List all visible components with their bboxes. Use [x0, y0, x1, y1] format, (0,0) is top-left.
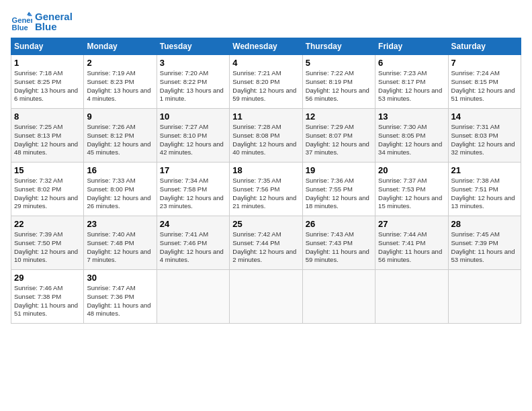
calendar-cell: 25Sunrise: 7:42 AMSunset: 7:44 PMDayligh… [230, 216, 302, 270]
day-number: 13 [378, 111, 445, 122]
day-number: 29 [14, 273, 81, 283]
calendar-cell: 10Sunrise: 7:27 AMSunset: 8:10 PMDayligh… [157, 109, 229, 163]
day-number: 12 [306, 111, 372, 122]
day-info: Sunrise: 7:46 AMSunset: 7:38 PMDaylight:… [14, 284, 81, 318]
day-info: Sunrise: 7:45 AMSunset: 7:39 PMDaylight:… [451, 230, 518, 265]
calendar-cell [157, 270, 229, 324]
calendar-row: 1Sunrise: 7:18 AMSunset: 8:25 PMDaylight… [11, 55, 521, 109]
day-number: 23 [87, 219, 153, 229]
day-number: 2 [87, 58, 153, 68]
calendar-cell: 27Sunrise: 7:44 AMSunset: 7:41 PMDayligh… [375, 216, 448, 270]
day-info: Sunrise: 7:38 AMSunset: 7:51 PMDaylight:… [451, 177, 518, 211]
calendar-cell: 30Sunrise: 7:47 AMSunset: 7:36 PMDayligh… [84, 270, 157, 324]
day-info: Sunrise: 7:26 AMSunset: 8:12 PMDaylight:… [87, 123, 153, 157]
col-tuesday: Tuesday [157, 38, 229, 55]
calendar-header-row: Sunday Monday Tuesday Wednesday Thursday… [11, 38, 521, 55]
calendar-cell: 6Sunrise: 7:23 AMSunset: 8:17 PMDaylight… [375, 55, 448, 109]
day-number: 10 [160, 111, 226, 122]
calendar-cell: 9Sunrise: 7:26 AMSunset: 8:12 PMDaylight… [84, 109, 157, 163]
day-number: 9 [87, 111, 153, 122]
col-friday: Friday [375, 38, 448, 55]
calendar-cell: 5Sunrise: 7:22 AMSunset: 8:19 PMDaylight… [302, 55, 375, 109]
calendar-cell: 16Sunrise: 7:33 AMSunset: 8:00 PMDayligh… [84, 163, 157, 216]
calendar-cell: 8Sunrise: 7:25 AMSunset: 8:13 PMDaylight… [11, 109, 84, 163]
day-number: 15 [14, 165, 81, 175]
calendar-cell: 1Sunrise: 7:18 AMSunset: 8:25 PMDaylight… [11, 55, 84, 109]
day-info: Sunrise: 7:24 AMSunset: 8:15 PMDaylight:… [451, 69, 518, 103]
day-number: 26 [306, 219, 372, 229]
day-number: 14 [451, 111, 518, 122]
calendar-row: 8Sunrise: 7:25 AMSunset: 8:13 PMDaylight… [11, 109, 521, 163]
day-info: Sunrise: 7:25 AMSunset: 8:13 PMDaylight:… [14, 123, 81, 157]
logo-text-line1: General [35, 11, 73, 21]
calendar-cell [448, 270, 521, 324]
day-info: Sunrise: 7:36 AMSunset: 7:55 PMDaylight:… [306, 177, 372, 211]
calendar-cell: 2Sunrise: 7:19 AMSunset: 8:23 PMDaylight… [84, 55, 157, 109]
day-number: 28 [451, 219, 518, 229]
day-info: Sunrise: 7:32 AMSunset: 8:02 PMDaylight:… [14, 177, 81, 211]
day-number: 30 [87, 273, 153, 283]
col-sunday: Sunday [11, 38, 84, 55]
day-info: Sunrise: 7:30 AMSunset: 8:05 PMDaylight:… [378, 123, 445, 157]
day-info: Sunrise: 7:27 AMSunset: 8:10 PMDaylight:… [160, 123, 226, 157]
page-header: General Blue General Blue [11, 11, 521, 32]
day-number: 18 [232, 165, 299, 175]
day-number: 25 [232, 219, 299, 229]
calendar-row: 22Sunrise: 7:39 AMSunset: 7:50 PMDayligh… [11, 216, 521, 270]
calendar-cell: 24Sunrise: 7:41 AMSunset: 7:46 PMDayligh… [157, 216, 229, 270]
day-info: Sunrise: 7:44 AMSunset: 7:41 PMDaylight:… [378, 230, 445, 265]
calendar-cell: 28Sunrise: 7:45 AMSunset: 7:39 PMDayligh… [448, 216, 521, 270]
day-number: 1 [14, 58, 81, 68]
calendar-cell: 20Sunrise: 7:37 AMSunset: 7:53 PMDayligh… [375, 163, 448, 216]
calendar-cell: 21Sunrise: 7:38 AMSunset: 7:51 PMDayligh… [448, 163, 521, 216]
calendar-cell: 26Sunrise: 7:43 AMSunset: 7:43 PMDayligh… [302, 216, 375, 270]
svg-text:Blue: Blue [12, 24, 28, 32]
day-info: Sunrise: 7:29 AMSunset: 8:07 PMDaylight:… [306, 123, 372, 157]
calendar-table: Sunday Monday Tuesday Wednesday Thursday… [11, 38, 521, 324]
col-saturday: Saturday [448, 38, 521, 55]
calendar-row: 15Sunrise: 7:32 AMSunset: 8:02 PMDayligh… [11, 163, 521, 216]
day-info: Sunrise: 7:31 AMSunset: 8:03 PMDaylight:… [451, 123, 518, 157]
calendar-cell: 3Sunrise: 7:20 AMSunset: 8:22 PMDaylight… [157, 55, 229, 109]
calendar-cell: 18Sunrise: 7:35 AMSunset: 7:56 PMDayligh… [230, 163, 302, 216]
col-thursday: Thursday [302, 38, 375, 55]
day-info: Sunrise: 7:34 AMSunset: 7:58 PMDaylight:… [160, 177, 226, 211]
calendar-row: 29Sunrise: 7:46 AMSunset: 7:38 PMDayligh… [11, 270, 521, 324]
day-number: 16 [87, 165, 153, 175]
day-info: Sunrise: 7:47 AMSunset: 7:36 PMDaylight:… [87, 284, 153, 318]
calendar-cell: 17Sunrise: 7:34 AMSunset: 7:58 PMDayligh… [157, 163, 229, 216]
day-number: 20 [378, 165, 445, 175]
calendar-cell: 11Sunrise: 7:28 AMSunset: 8:08 PMDayligh… [230, 109, 302, 163]
day-number: 17 [160, 165, 226, 175]
day-number: 6 [378, 58, 445, 68]
day-info: Sunrise: 7:43 AMSunset: 7:43 PMDaylight:… [306, 230, 372, 265]
day-number: 4 [232, 58, 299, 68]
calendar-cell: 15Sunrise: 7:32 AMSunset: 8:02 PMDayligh… [11, 163, 84, 216]
day-info: Sunrise: 7:39 AMSunset: 7:50 PMDaylight:… [14, 230, 81, 265]
calendar-cell: 12Sunrise: 7:29 AMSunset: 8:07 PMDayligh… [302, 109, 375, 163]
col-wednesday: Wednesday [230, 38, 302, 55]
day-info: Sunrise: 7:42 AMSunset: 7:44 PMDaylight:… [232, 230, 299, 265]
day-info: Sunrise: 7:37 AMSunset: 7:53 PMDaylight:… [378, 177, 445, 211]
day-number: 7 [451, 58, 518, 68]
calendar-cell: 14Sunrise: 7:31 AMSunset: 8:03 PMDayligh… [448, 109, 521, 163]
day-number: 22 [14, 219, 81, 229]
day-info: Sunrise: 7:21 AMSunset: 8:20 PMDaylight:… [232, 69, 299, 103]
calendar-cell: 19Sunrise: 7:36 AMSunset: 7:55 PMDayligh… [302, 163, 375, 216]
day-number: 21 [451, 165, 518, 175]
calendar-cell: 7Sunrise: 7:24 AMSunset: 8:15 PMDaylight… [448, 55, 521, 109]
day-info: Sunrise: 7:18 AMSunset: 8:25 PMDaylight:… [14, 69, 81, 103]
calendar-cell: 23Sunrise: 7:40 AMSunset: 7:48 PMDayligh… [84, 216, 157, 270]
day-number: 5 [306, 58, 372, 68]
logo-icon: General Blue [11, 11, 32, 32]
calendar-cell: 29Sunrise: 7:46 AMSunset: 7:38 PMDayligh… [11, 270, 84, 324]
day-number: 27 [378, 219, 445, 229]
day-number: 3 [160, 58, 226, 68]
day-info: Sunrise: 7:35 AMSunset: 7:56 PMDaylight:… [232, 177, 299, 211]
day-number: 11 [232, 111, 299, 122]
col-monday: Monday [84, 38, 157, 55]
calendar-cell [302, 270, 375, 324]
calendar-cell: 4Sunrise: 7:21 AMSunset: 8:20 PMDaylight… [230, 55, 302, 109]
day-info: Sunrise: 7:40 AMSunset: 7:48 PMDaylight:… [87, 230, 153, 265]
day-number: 8 [14, 111, 81, 122]
